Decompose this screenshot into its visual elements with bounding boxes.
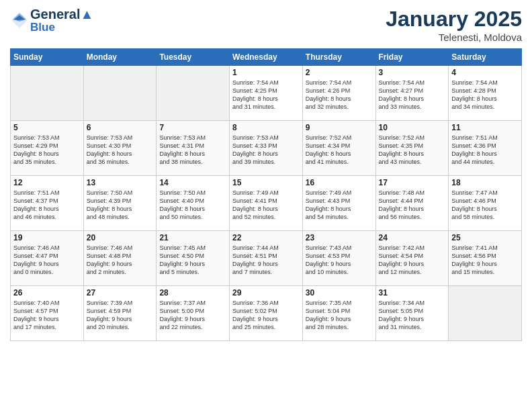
day-number: 18 — [451, 178, 519, 187]
day-info: Sunrise: 7:36 AMSunset: 5:02 PMDaylight:… — [232, 299, 300, 332]
day-number: 22 — [232, 233, 300, 242]
day-number: 27 — [87, 288, 154, 298]
day-number: 26 — [13, 288, 81, 298]
day-number: 6 — [87, 123, 154, 132]
day-number: 3 — [379, 68, 446, 77]
day-info: Sunrise: 7:34 AMSunset: 5:05 PMDaylight:… — [379, 299, 446, 332]
day-number: 21 — [159, 233, 226, 242]
day-cell-16: 16Sunrise: 7:49 AMSunset: 4:43 PMDayligh… — [302, 176, 375, 231]
day-cell-7: 7Sunrise: 7:53 AMSunset: 4:31 PMDaylight… — [157, 121, 230, 176]
day-info: Sunrise: 7:53 AMSunset: 4:31 PMDaylight:… — [159, 134, 226, 167]
day-cell-2: 2Sunrise: 7:54 AMSunset: 4:26 PMDaylight… — [302, 66, 375, 121]
day-info: Sunrise: 7:37 AMSunset: 5:00 PMDaylight:… — [159, 299, 226, 332]
weekday-header-monday: Monday — [83, 49, 157, 66]
day-number: 11 — [451, 123, 519, 132]
day-cell-1: 1Sunrise: 7:54 AMSunset: 4:25 PMDaylight… — [230, 66, 303, 121]
day-cell-11: 11Sunrise: 7:51 AMSunset: 4:36 PMDayligh… — [449, 121, 522, 176]
day-number: 31 — [379, 288, 446, 298]
logo: General▲ Blue — [10, 7, 93, 34]
weekday-header-friday: Friday — [375, 49, 449, 66]
day-number: 23 — [306, 233, 373, 242]
day-info: Sunrise: 7:53 AMSunset: 4:30 PMDaylight:… — [87, 134, 154, 167]
header: General▲ Blue January 2025 Telenesti, Mo… — [10, 7, 522, 43]
day-info: Sunrise: 7:53 AMSunset: 4:33 PMDaylight:… — [232, 134, 300, 167]
empty-cell — [449, 286, 522, 341]
week-row-2: 5Sunrise: 7:53 AMSunset: 4:29 PMDaylight… — [11, 121, 522, 176]
day-info: Sunrise: 7:44 AMSunset: 4:51 PMDaylight:… — [232, 244, 300, 277]
day-cell-12: 12Sunrise: 7:51 AMSunset: 4:37 PMDayligh… — [11, 176, 84, 231]
logo-text: General▲ Blue — [30, 7, 93, 34]
week-row-1: 1Sunrise: 7:54 AMSunset: 4:25 PMDaylight… — [11, 66, 522, 121]
empty-cell — [83, 66, 157, 121]
day-info: Sunrise: 7:43 AMSunset: 4:53 PMDaylight:… — [306, 244, 373, 277]
week-row-5: 26Sunrise: 7:40 AMSunset: 4:57 PMDayligh… — [11, 286, 522, 341]
empty-cell — [157, 66, 230, 121]
day-info: Sunrise: 7:52 AMSunset: 4:35 PMDaylight:… — [379, 134, 446, 167]
weekday-header-saturday: Saturday — [449, 49, 522, 66]
title-block: January 2025 Telenesti, Moldova — [386, 7, 522, 43]
day-cell-5: 5Sunrise: 7:53 AMSunset: 4:29 PMDaylight… — [11, 121, 84, 176]
day-number: 8 — [232, 123, 300, 132]
day-number: 25 — [451, 233, 519, 242]
day-number: 14 — [159, 178, 226, 187]
day-cell-25: 25Sunrise: 7:41 AMSunset: 4:56 PMDayligh… — [449, 231, 522, 286]
week-row-3: 12Sunrise: 7:51 AMSunset: 4:37 PMDayligh… — [11, 176, 522, 231]
day-number: 10 — [379, 123, 446, 132]
day-info: Sunrise: 7:50 AMSunset: 4:39 PMDaylight:… — [87, 189, 154, 222]
day-info: Sunrise: 7:40 AMSunset: 4:57 PMDaylight:… — [13, 299, 81, 332]
day-cell-24: 24Sunrise: 7:42 AMSunset: 4:54 PMDayligh… — [375, 231, 449, 286]
day-number: 9 — [306, 123, 373, 132]
day-number: 20 — [87, 233, 154, 242]
day-info: Sunrise: 7:52 AMSunset: 4:34 PMDaylight:… — [306, 134, 373, 167]
day-cell-14: 14Sunrise: 7:50 AMSunset: 4:40 PMDayligh… — [157, 176, 230, 231]
day-cell-9: 9Sunrise: 7:52 AMSunset: 4:34 PMDaylight… — [302, 121, 375, 176]
day-info: Sunrise: 7:46 AMSunset: 4:48 PMDaylight:… — [87, 244, 154, 277]
day-info: Sunrise: 7:41 AMSunset: 4:56 PMDaylight:… — [451, 244, 519, 277]
day-info: Sunrise: 7:49 AMSunset: 4:41 PMDaylight:… — [232, 189, 300, 222]
day-info: Sunrise: 7:47 AMSunset: 4:46 PMDaylight:… — [451, 189, 519, 222]
day-cell-19: 19Sunrise: 7:46 AMSunset: 4:47 PMDayligh… — [11, 231, 84, 286]
day-cell-13: 13Sunrise: 7:50 AMSunset: 4:39 PMDayligh… — [83, 176, 157, 231]
day-cell-28: 28Sunrise: 7:37 AMSunset: 5:00 PMDayligh… — [157, 286, 230, 341]
day-info: Sunrise: 7:54 AMSunset: 4:26 PMDaylight:… — [306, 79, 373, 111]
day-number: 24 — [379, 233, 446, 242]
day-number: 15 — [232, 178, 300, 187]
day-number: 2 — [306, 68, 373, 77]
weekday-header-wednesday: Wednesday — [230, 49, 303, 66]
weekday-header-tuesday: Tuesday — [157, 49, 230, 66]
day-info: Sunrise: 7:48 AMSunset: 4:44 PMDaylight:… — [379, 189, 446, 222]
day-number: 16 — [306, 178, 373, 187]
day-cell-23: 23Sunrise: 7:43 AMSunset: 4:53 PMDayligh… — [302, 231, 375, 286]
day-cell-20: 20Sunrise: 7:46 AMSunset: 4:48 PMDayligh… — [83, 231, 157, 286]
day-info: Sunrise: 7:39 AMSunset: 4:59 PMDaylight:… — [87, 299, 154, 332]
day-info: Sunrise: 7:49 AMSunset: 4:43 PMDaylight:… — [306, 189, 373, 222]
day-cell-4: 4Sunrise: 7:54 AMSunset: 4:28 PMDaylight… — [449, 66, 522, 121]
day-number: 7 — [159, 123, 226, 132]
weekday-header-sunday: Sunday — [11, 49, 84, 66]
day-cell-3: 3Sunrise: 7:54 AMSunset: 4:27 PMDaylight… — [375, 66, 449, 121]
day-info: Sunrise: 7:54 AMSunset: 4:25 PMDaylight:… — [232, 79, 300, 111]
day-number: 19 — [13, 233, 81, 242]
day-cell-21: 21Sunrise: 7:45 AMSunset: 4:50 PMDayligh… — [157, 231, 230, 286]
day-cell-8: 8Sunrise: 7:53 AMSunset: 4:33 PMDaylight… — [230, 121, 303, 176]
day-cell-17: 17Sunrise: 7:48 AMSunset: 4:44 PMDayligh… — [375, 176, 449, 231]
day-info: Sunrise: 7:53 AMSunset: 4:29 PMDaylight:… — [13, 134, 81, 167]
day-info: Sunrise: 7:46 AMSunset: 4:47 PMDaylight:… — [13, 244, 81, 277]
day-cell-18: 18Sunrise: 7:47 AMSunset: 4:46 PMDayligh… — [449, 176, 522, 231]
day-number: 28 — [159, 288, 226, 298]
day-cell-31: 31Sunrise: 7:34 AMSunset: 5:05 PMDayligh… — [375, 286, 449, 341]
day-cell-30: 30Sunrise: 7:35 AMSunset: 5:04 PMDayligh… — [302, 286, 375, 341]
day-number: 29 — [232, 288, 300, 298]
day-number: 12 — [13, 178, 81, 187]
day-info: Sunrise: 7:51 AMSunset: 4:37 PMDaylight:… — [13, 189, 81, 222]
day-info: Sunrise: 7:54 AMSunset: 4:27 PMDaylight:… — [379, 79, 446, 111]
calendar-page: General▲ Blue January 2025 Telenesti, Mo… — [0, 0, 532, 411]
weekday-header-thursday: Thursday — [302, 49, 375, 66]
calendar-table: SundayMondayTuesdayWednesdayThursdayFrid… — [10, 48, 522, 341]
day-info: Sunrise: 7:35 AMSunset: 5:04 PMDaylight:… — [306, 299, 373, 332]
calendar-subtitle: Telenesti, Moldova — [386, 32, 522, 43]
day-cell-15: 15Sunrise: 7:49 AMSunset: 4:41 PMDayligh… — [230, 176, 303, 231]
day-number: 5 — [13, 123, 81, 132]
day-cell-26: 26Sunrise: 7:40 AMSunset: 4:57 PMDayligh… — [11, 286, 84, 341]
day-info: Sunrise: 7:45 AMSunset: 4:50 PMDaylight:… — [159, 244, 226, 277]
